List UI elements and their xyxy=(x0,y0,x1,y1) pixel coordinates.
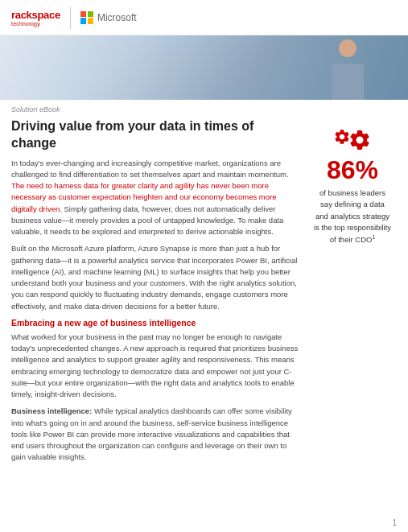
bi-label: Business intelligence: xyxy=(11,406,92,415)
body-paragraph-1: Built on the Microsoft Azure platform, A… xyxy=(11,243,299,312)
main-content: Driving value from your data in times of… xyxy=(0,115,408,469)
page-number: 1 xyxy=(392,518,397,527)
figure-head xyxy=(339,39,356,57)
microsoft-squares-icon xyxy=(80,11,93,24)
right-column: 86% of business leaders say defining a d… xyxy=(308,115,397,469)
ms-sq-green xyxy=(88,11,93,17)
section-heading: Embracing a new age of business intellig… xyxy=(11,318,299,328)
solution-label-wrap: Solution eBook xyxy=(0,100,408,115)
stat-superscript: 1 xyxy=(372,234,375,240)
page-title: Driving value from your data in times of… xyxy=(11,115,299,152)
rackspace-sub: technology xyxy=(11,21,60,27)
logo-divider xyxy=(70,6,71,29)
section-paragraph-2: Business intelligence: While typical ana… xyxy=(11,406,299,463)
stat-desc-text: of business leaders say defining a data … xyxy=(314,188,391,244)
hero-image xyxy=(0,35,408,100)
solution-label: Solution eBook xyxy=(11,105,60,113)
ms-sq-blue xyxy=(80,18,86,23)
figure-body xyxy=(332,64,364,100)
rackspace-logo-group: rackspace technology xyxy=(11,9,60,27)
gear-icons xyxy=(313,122,392,152)
stat-description: of business leaders say defining a data … xyxy=(313,188,392,245)
ms-sq-red xyxy=(80,11,86,17)
microsoft-text: Microsoft xyxy=(97,12,137,23)
rackspace-brand: rackspace xyxy=(11,9,60,21)
hero-figure xyxy=(319,39,376,100)
rackspace-wordmark: rackspace technology xyxy=(11,9,60,27)
ms-sq-yellow xyxy=(88,18,93,23)
intro-text-plain: In today's ever-changing and increasingl… xyxy=(11,159,289,179)
header: rackspace technology Microsoft xyxy=(0,0,408,35)
page: rackspace technology Microsoft Solution … xyxy=(0,0,408,532)
stat-box: 86% of business leaders say defining a d… xyxy=(308,115,397,252)
left-column: Driving value from your data in times of… xyxy=(11,115,299,469)
section-paragraph-1: What worked for your business in the pas… xyxy=(11,332,299,401)
microsoft-logo: Microsoft xyxy=(80,11,137,24)
stat-percent: 86% xyxy=(313,157,392,183)
intro-paragraph: In today's ever-changing and increasingl… xyxy=(11,158,299,238)
gear-icon-large xyxy=(348,128,372,152)
